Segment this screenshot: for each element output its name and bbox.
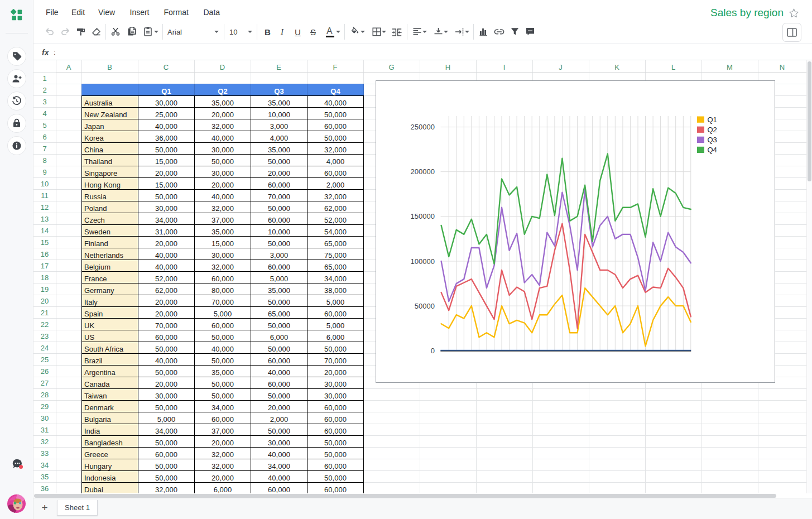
svg-text:0: 0 (431, 347, 435, 355)
svg-text:Q4: Q4 (708, 146, 717, 154)
svg-text:Q2: Q2 (708, 126, 717, 134)
svg-text:150000: 150000 (411, 212, 435, 220)
svg-text:250000: 250000 (411, 123, 435, 131)
svg-text:200000: 200000 (411, 167, 435, 176)
svg-text:Q3: Q3 (708, 136, 717, 144)
svg-text:Q1: Q1 (708, 116, 717, 124)
svg-text:50000: 50000 (415, 302, 435, 310)
svg-text:100000: 100000 (411, 257, 435, 266)
